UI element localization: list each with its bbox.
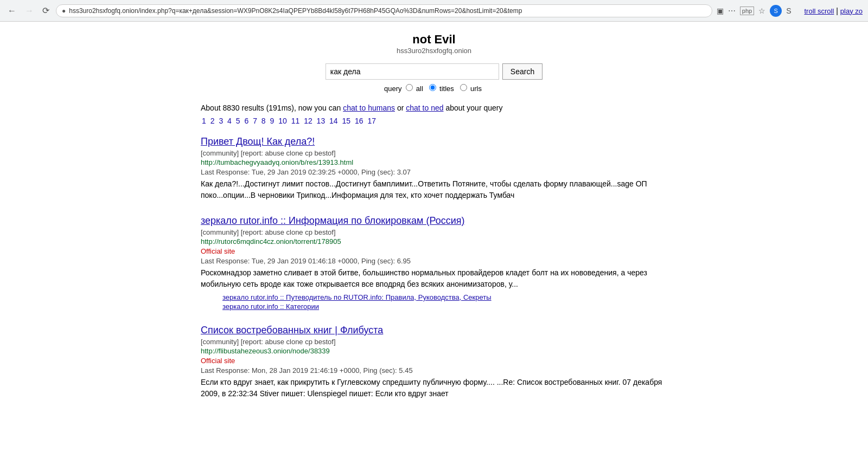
result-item: Список востребованных книг | Флибуста[co…	[201, 325, 667, 399]
sub-link-1-1[interactable]: зеркало rutor.info :: Категории	[222, 302, 667, 311]
php-badge[interactable]: php	[740, 7, 754, 15]
result-title-1[interactable]: зеркало rutor.info :: Информация по блок…	[201, 215, 667, 227]
result-ping-2: Last Response: Mon, 28 Jan 2019 21:46:19…	[201, 366, 667, 375]
browser-chrome: ← → ⟳ ● hss3uro2hsxfogfq.onion/index.php…	[0, 0, 868, 22]
all-option-label[interactable]: all	[406, 85, 425, 93]
address-bar[interactable]: ● hss3uro2hsxfogfq.onion/index.php?q=как…	[56, 4, 712, 17]
page-5[interactable]: 5	[236, 117, 240, 125]
profile-button[interactable]: S	[770, 5, 782, 17]
result-item: зеркало rutor.info :: Информация по блок…	[201, 215, 667, 311]
page-content: not Evil hss3uro2hsxfogfq.onion Search q…	[190, 22, 678, 424]
page-8[interactable]: 8	[261, 117, 266, 125]
result-official-2: Official site	[201, 357, 667, 365]
sync-button[interactable]: S	[786, 7, 791, 15]
address-text: hss3uro2hsxfogfq.onion/index.php?q=как+д…	[69, 7, 522, 15]
security-icon: ●	[62, 7, 66, 15]
sub-links-1: зеркало rutor.info :: Путеводитель по RU…	[201, 293, 667, 311]
page-13[interactable]: 13	[317, 117, 326, 125]
result-snippet-1: Роскомнадзор заметно сливает в этой битв…	[201, 267, 667, 290]
page-1[interactable]: 1	[202, 117, 206, 125]
page-11[interactable]: 11	[291, 117, 300, 125]
menu-button[interactable]: ⋯	[728, 7, 736, 15]
results-or: or	[397, 104, 404, 112]
result-meta-0: [community] [report: abuse clone cp best…	[201, 149, 667, 157]
result-title-0[interactable]: Привет Двощ! Как дела?!	[201, 136, 667, 147]
page-17[interactable]: 17	[367, 117, 376, 125]
page-2[interactable]: 2	[210, 117, 215, 125]
query-label: query	[384, 85, 402, 93]
result-meta-2: [community] [report: abuse clone cp best…	[201, 338, 667, 346]
pagination: 1 2 3 4 5 6 7 8 9 10 11 12 13 14 15 16 1…	[201, 117, 667, 125]
page-4[interactable]: 4	[227, 117, 232, 125]
result-url-0[interactable]: http://tumbachegvyaadyq.onion/b/res/1391…	[201, 158, 667, 166]
search-input[interactable]	[326, 63, 499, 80]
chat-ned-link[interactable]: chat to ned	[406, 104, 443, 112]
page-15[interactable]: 15	[342, 117, 351, 125]
results-container: Привет Двощ! Как дела?![community] [repo…	[201, 136, 667, 399]
site-header: not Evil hss3uro2hsxfogfq.onion	[201, 33, 667, 55]
back-button[interactable]: ←	[5, 4, 18, 18]
forward-button[interactable]: →	[23, 4, 36, 18]
sub-link-1-0[interactable]: зеркало rutor.info :: Путеводитель по RU…	[222, 293, 667, 301]
result-meta-1: [community] [report: abuse clone cp best…	[201, 228, 667, 236]
browser-actions: ▣ ⋯ php ☆ S S	[717, 5, 792, 17]
result-url-2[interactable]: http://flibustahezeous3.onion/node/38339	[201, 347, 667, 355]
results-count-text: About 8830 results (191ms), now you can	[201, 104, 341, 112]
page-14[interactable]: 14	[329, 117, 338, 125]
site-title: not Evil	[201, 33, 667, 47]
page-9[interactable]: 9	[270, 117, 275, 125]
play-zo-link[interactable]: play zo	[840, 7, 863, 15]
all-radio[interactable]	[406, 84, 413, 91]
result-item: Привет Двощ! Как дела?![community] [repo…	[201, 136, 667, 201]
page-10[interactable]: 10	[278, 117, 287, 125]
site-subtitle: hss3uro2hsxfogfq.onion	[201, 47, 667, 55]
result-url-1[interactable]: http://rutorc6mqdinc4cz.onion/torrent/17…	[201, 237, 667, 246]
troll-links-container: troll scroll | play zo	[804, 7, 863, 15]
extensions-button[interactable]: ▣	[717, 7, 724, 15]
chat-humans-link[interactable]: chat to humans	[343, 104, 395, 112]
search-button[interactable]: Search	[502, 63, 542, 80]
urls-radio[interactable]	[460, 84, 467, 91]
page-7[interactable]: 7	[253, 117, 257, 125]
star-button[interactable]: ☆	[758, 7, 765, 15]
result-official-1: Official site	[201, 247, 667, 255]
page-16[interactable]: 16	[355, 117, 363, 125]
search-options: query all titles urls	[201, 84, 667, 93]
page-12[interactable]: 12	[304, 117, 312, 125]
result-snippet-2: Если кто вдруг знает, как прикрутить к Г…	[201, 377, 667, 399]
troll-scroll-link[interactable]: troll scroll	[804, 7, 834, 15]
page-3[interactable]: 3	[219, 117, 223, 125]
result-snippet-0: Как дела?!...Достигнут лимит постов...До…	[201, 178, 667, 201]
results-summary: About 8830 results (191ms), now you can …	[201, 104, 667, 112]
result-title-2[interactable]: Список востребованных книг | Флибуста	[201, 325, 667, 336]
page-6[interactable]: 6	[244, 117, 248, 125]
results-suffix: about your query	[445, 104, 502, 112]
result-ping-1: Last Response: Tue, 29 Jan 2019 01:46:18…	[201, 257, 667, 265]
search-form: Search	[201, 63, 667, 80]
urls-option-label[interactable]: urls	[460, 85, 482, 93]
reload-button[interactable]: ⟳	[40, 3, 52, 18]
titles-option-label[interactable]: titles	[429, 85, 456, 93]
result-ping-0: Last Response: Tue, 29 Jan 2019 02:39:25…	[201, 168, 667, 176]
titles-radio[interactable]	[429, 84, 436, 91]
